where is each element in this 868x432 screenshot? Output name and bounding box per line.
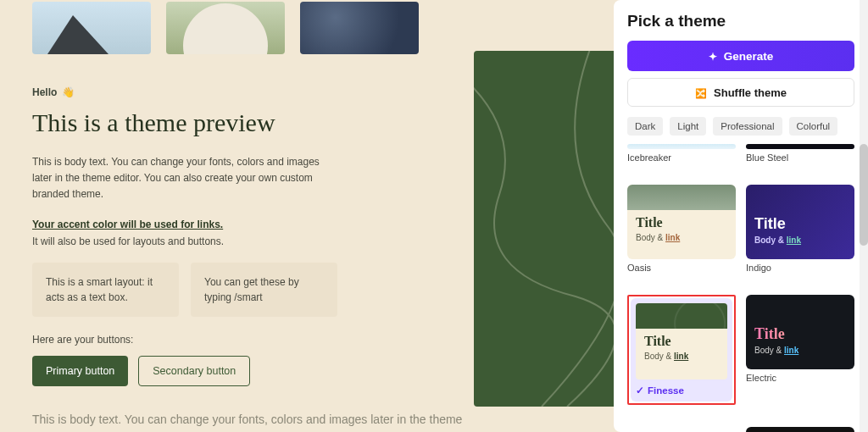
electric-link: link: [784, 346, 798, 355]
chip-colorful[interactable]: Colorful: [789, 117, 838, 136]
theme-name-electric: Electric: [746, 373, 854, 383]
theme-card-indigo[interactable]: Title Body & link: [746, 185, 854, 259]
electric-body: Body &: [754, 346, 784, 355]
generate-label: Generate: [724, 50, 774, 63]
secondary-button[interactable]: Secondary button: [138, 356, 250, 386]
oasis-body: Body &: [636, 233, 665, 242]
theme-card-oasis[interactable]: Title Body & link: [627, 185, 736, 259]
oasis-link: link: [665, 233, 680, 242]
generate-button[interactable]: Generate: [627, 41, 854, 71]
sparkle-icon: [709, 50, 717, 63]
indigo-body: Body &: [754, 235, 787, 245]
shuffle-icon: [695, 86, 707, 99]
preview-body-text: This is body text. You can change your f…: [32, 154, 337, 203]
theme-card-icebreaker[interactable]: [627, 144, 736, 149]
finesse-link: link: [674, 352, 688, 361]
preview-image-dome: [166, 2, 285, 54]
preview-image-stars: [300, 2, 419, 54]
preview-image-mountain: [32, 2, 151, 54]
finesse-body: Body &: [644, 352, 674, 361]
theme-name-finesse: Finesse: [636, 385, 727, 396]
smart-layout-box-2: You can get these by typing /smart: [191, 263, 337, 317]
wave-icon: 👋: [62, 86, 75, 98]
scrollbar-track[interactable]: [860, 0, 868, 432]
chip-professional[interactable]: Professional: [713, 117, 782, 136]
eyebrow-label: Hello: [32, 86, 57, 98]
theme-picker-panel: Pick a theme Generate Shuffle theme Dark…: [614, 0, 868, 432]
decorative-green-panel: [474, 51, 614, 407]
theme-preview-panel: Hello 👋 This is a theme preview This is …: [0, 0, 614, 432]
buttons-label: Here are your buttons:: [32, 334, 337, 346]
theme-card-partial-right[interactable]: [746, 427, 854, 432]
smart-layout-box-1: This is a smart layout: it acts as a tex…: [32, 263, 179, 317]
preview-title: This is a theme preview: [32, 108, 337, 137]
theme-card-finesse-highlight: Title Body & link Finesse: [627, 295, 736, 405]
abstract-lines-svg: [474, 51, 614, 407]
theme-card-partial-left[interactable]: [627, 427, 736, 432]
indigo-title: Title: [754, 215, 846, 233]
faded-body-text: This is body text. You can change your f…: [32, 410, 473, 432]
oasis-title: Title: [636, 215, 727, 230]
eyebrow-text: Hello 👋: [32, 86, 337, 98]
shuffle-button[interactable]: Shuffle theme: [627, 78, 854, 107]
theme-card-finesse[interactable]: Title Body & link: [636, 303, 727, 379]
preview-image-row: [32, 0, 581, 54]
electric-title: Title: [754, 325, 846, 343]
chip-dark[interactable]: Dark: [627, 117, 663, 136]
theme-card-electric[interactable]: Title Body & link: [746, 295, 854, 369]
theme-name-oasis: Oasis: [627, 263, 736, 273]
theme-name-bluesteel: Blue Steel: [746, 152, 854, 163]
chip-light[interactable]: Light: [670, 117, 706, 136]
indigo-link: link: [787, 235, 801, 245]
check-icon: [636, 385, 644, 396]
scrollbar-thumb[interactable]: [860, 144, 868, 246]
finesse-title: Title: [644, 334, 719, 349]
theme-card-bluesteel[interactable]: [746, 144, 854, 149]
accent-sub-text: It will also be used for layouts and but…: [32, 235, 337, 247]
filter-chip-row: Dark Light Professional Colorful: [627, 117, 854, 136]
accent-link-note[interactable]: Your accent color will be used for links…: [32, 219, 337, 230]
primary-button[interactable]: Primary button: [32, 356, 128, 386]
shuffle-label: Shuffle theme: [714, 86, 787, 99]
theme-name-icebreaker: Icebreaker: [627, 152, 736, 163]
panel-title: Pick a theme: [627, 12, 854, 30]
theme-name-indigo: Indigo: [746, 263, 854, 273]
